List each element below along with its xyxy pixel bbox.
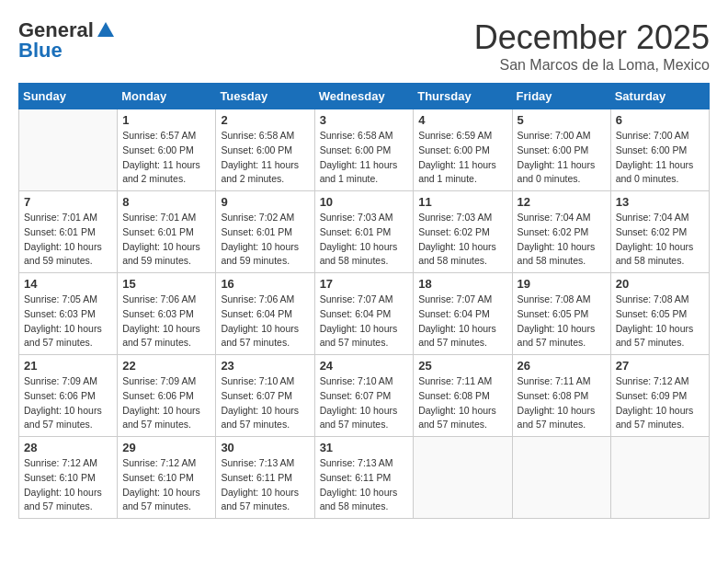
calendar-week-row: 21Sunrise: 7:09 AMSunset: 6:06 PMDayligh… bbox=[19, 355, 710, 437]
day-info: Sunrise: 7:12 AMSunset: 6:09 PMDaylight:… bbox=[616, 374, 704, 432]
calendar-week-row: 7Sunrise: 7:01 AMSunset: 6:01 PMDaylight… bbox=[19, 191, 710, 273]
table-row: 13Sunrise: 7:04 AMSunset: 6:02 PMDayligh… bbox=[610, 191, 709, 273]
day-info: Sunrise: 7:13 AMSunset: 6:11 PMDaylight:… bbox=[221, 456, 309, 514]
table-row: 21Sunrise: 7:09 AMSunset: 6:06 PMDayligh… bbox=[19, 355, 118, 437]
table-row bbox=[414, 437, 512, 519]
day-number: 21 bbox=[24, 359, 112, 373]
table-row: 22Sunrise: 7:09 AMSunset: 6:06 PMDayligh… bbox=[118, 355, 216, 437]
table-row: 16Sunrise: 7:06 AMSunset: 6:04 PMDayligh… bbox=[216, 273, 314, 355]
location: San Marcos de la Loma, Mexico bbox=[474, 57, 710, 74]
table-row: 7Sunrise: 7:01 AMSunset: 6:01 PMDaylight… bbox=[19, 191, 118, 273]
header-saturday: Saturday bbox=[610, 84, 709, 109]
day-number: 25 bbox=[418, 359, 506, 373]
day-number: 19 bbox=[518, 277, 606, 291]
day-info: Sunrise: 7:00 AMSunset: 6:00 PMDaylight:… bbox=[518, 129, 606, 187]
header-thursday: Thursday bbox=[414, 84, 512, 109]
calendar-table: Sunday Monday Tuesday Wednesday Thursday… bbox=[18, 83, 710, 519]
day-info: Sunrise: 7:08 AMSunset: 6:05 PMDaylight:… bbox=[518, 293, 606, 350]
day-info: Sunrise: 7:08 AMSunset: 6:05 PMDaylight:… bbox=[616, 293, 704, 350]
day-number: 23 bbox=[221, 359, 309, 373]
day-number: 27 bbox=[616, 359, 704, 373]
day-number: 2 bbox=[221, 113, 309, 127]
day-number: 29 bbox=[122, 441, 210, 454]
table-row: 9Sunrise: 7:02 AMSunset: 6:01 PMDaylight… bbox=[216, 191, 314, 273]
day-number: 3 bbox=[320, 113, 409, 127]
table-row: 25Sunrise: 7:11 AMSunset: 6:08 PMDayligh… bbox=[414, 355, 512, 437]
day-info: Sunrise: 7:13 AMSunset: 6:11 PMDaylight:… bbox=[320, 456, 409, 514]
month-title: December 2025 bbox=[474, 18, 710, 57]
day-info: Sunrise: 7:03 AMSunset: 6:01 PMDaylight:… bbox=[320, 211, 409, 269]
day-info: Sunrise: 7:11 AMSunset: 6:08 PMDaylight:… bbox=[418, 374, 506, 432]
table-row: 24Sunrise: 7:10 AMSunset: 6:07 PMDayligh… bbox=[314, 355, 414, 437]
calendar-header-row: Sunday Monday Tuesday Wednesday Thursday… bbox=[19, 84, 710, 109]
table-row: 18Sunrise: 7:07 AMSunset: 6:04 PMDayligh… bbox=[414, 273, 512, 355]
table-row: 29Sunrise: 7:12 AMSunset: 6:10 PMDayligh… bbox=[118, 437, 216, 519]
day-number: 16 bbox=[221, 277, 309, 291]
day-info: Sunrise: 7:11 AMSunset: 6:08 PMDaylight:… bbox=[518, 374, 606, 432]
day-info: Sunrise: 7:04 AMSunset: 6:02 PMDaylight:… bbox=[616, 211, 704, 269]
day-number: 4 bbox=[418, 113, 506, 127]
day-number: 20 bbox=[616, 277, 704, 291]
day-number: 15 bbox=[122, 277, 210, 291]
day-number: 30 bbox=[221, 441, 309, 454]
calendar-week-row: 1Sunrise: 6:57 AMSunset: 6:00 PMDaylight… bbox=[19, 109, 710, 191]
day-number: 11 bbox=[418, 195, 506, 209]
table-row: 2Sunrise: 6:58 AMSunset: 6:00 PMDaylight… bbox=[216, 109, 314, 191]
day-number: 31 bbox=[320, 441, 409, 454]
day-number: 28 bbox=[24, 441, 112, 454]
table-row: 19Sunrise: 7:08 AMSunset: 6:05 PMDayligh… bbox=[512, 273, 610, 355]
table-row: 11Sunrise: 7:03 AMSunset: 6:02 PMDayligh… bbox=[414, 191, 512, 273]
day-info: Sunrise: 7:00 AMSunset: 6:00 PMDaylight:… bbox=[616, 129, 704, 187]
table-row: 20Sunrise: 7:08 AMSunset: 6:05 PMDayligh… bbox=[610, 273, 709, 355]
day-number: 13 bbox=[616, 195, 704, 209]
logo: General Blue bbox=[18, 18, 116, 63]
header-friday: Friday bbox=[512, 84, 610, 109]
day-number: 6 bbox=[616, 113, 704, 127]
table-row: 27Sunrise: 7:12 AMSunset: 6:09 PMDayligh… bbox=[610, 355, 709, 437]
table-row: 10Sunrise: 7:03 AMSunset: 6:01 PMDayligh… bbox=[314, 191, 414, 273]
day-info: Sunrise: 7:10 AMSunset: 6:07 PMDaylight:… bbox=[320, 374, 409, 432]
table-row: 15Sunrise: 7:06 AMSunset: 6:03 PMDayligh… bbox=[118, 273, 216, 355]
header-monday: Monday bbox=[118, 84, 216, 109]
calendar-week-row: 14Sunrise: 7:05 AMSunset: 6:03 PMDayligh… bbox=[19, 273, 710, 355]
table-row: 3Sunrise: 6:58 AMSunset: 6:00 PMDaylight… bbox=[314, 109, 414, 191]
day-info: Sunrise: 7:02 AMSunset: 6:01 PMDaylight:… bbox=[221, 211, 309, 269]
table-row: 23Sunrise: 7:10 AMSunset: 6:07 PMDayligh… bbox=[216, 355, 314, 437]
table-row: 28Sunrise: 7:12 AMSunset: 6:10 PMDayligh… bbox=[19, 437, 118, 519]
day-info: Sunrise: 7:09 AMSunset: 6:06 PMDaylight:… bbox=[122, 374, 210, 432]
day-number: 10 bbox=[320, 195, 409, 209]
day-info: Sunrise: 7:04 AMSunset: 6:02 PMDaylight:… bbox=[518, 211, 606, 269]
day-info: Sunrise: 7:12 AMSunset: 6:10 PMDaylight:… bbox=[122, 456, 210, 514]
svg-marker-0 bbox=[97, 22, 114, 37]
day-info: Sunrise: 7:07 AMSunset: 6:04 PMDaylight:… bbox=[320, 293, 409, 350]
table-row bbox=[19, 109, 118, 191]
title-area: December 2025 San Marcos de la Loma, Mex… bbox=[474, 18, 710, 74]
table-row bbox=[512, 437, 610, 519]
day-number: 8 bbox=[122, 195, 210, 209]
day-info: Sunrise: 7:06 AMSunset: 6:03 PMDaylight:… bbox=[122, 293, 210, 350]
day-info: Sunrise: 7:07 AMSunset: 6:04 PMDaylight:… bbox=[418, 293, 506, 350]
header-tuesday: Tuesday bbox=[216, 84, 314, 109]
day-info: Sunrise: 6:59 AMSunset: 6:00 PMDaylight:… bbox=[418, 129, 506, 187]
day-number: 7 bbox=[24, 195, 112, 209]
day-number: 12 bbox=[518, 195, 606, 209]
day-info: Sunrise: 6:58 AMSunset: 6:00 PMDaylight:… bbox=[320, 129, 409, 187]
day-info: Sunrise: 7:01 AMSunset: 6:01 PMDaylight:… bbox=[24, 211, 112, 269]
table-row: 30Sunrise: 7:13 AMSunset: 6:11 PMDayligh… bbox=[216, 437, 314, 519]
table-row bbox=[610, 437, 709, 519]
calendar-week-row: 28Sunrise: 7:12 AMSunset: 6:10 PMDayligh… bbox=[19, 437, 710, 519]
day-info: Sunrise: 7:06 AMSunset: 6:04 PMDaylight:… bbox=[221, 293, 309, 350]
day-info: Sunrise: 7:03 AMSunset: 6:02 PMDaylight:… bbox=[418, 211, 506, 269]
logo-blue-text: Blue bbox=[18, 39, 63, 63]
day-number: 22 bbox=[122, 359, 210, 373]
table-row: 31Sunrise: 7:13 AMSunset: 6:11 PMDayligh… bbox=[314, 437, 414, 519]
table-row: 1Sunrise: 6:57 AMSunset: 6:00 PMDaylight… bbox=[118, 109, 216, 191]
table-row: 4Sunrise: 6:59 AMSunset: 6:00 PMDaylight… bbox=[414, 109, 512, 191]
header: General Blue December 2025 San Marcos de… bbox=[18, 18, 710, 74]
table-row: 5Sunrise: 7:00 AMSunset: 6:00 PMDaylight… bbox=[512, 109, 610, 191]
day-number: 24 bbox=[320, 359, 409, 373]
day-number: 9 bbox=[221, 195, 309, 209]
day-info: Sunrise: 6:58 AMSunset: 6:00 PMDaylight:… bbox=[221, 129, 309, 187]
day-info: Sunrise: 7:12 AMSunset: 6:10 PMDaylight:… bbox=[24, 456, 112, 514]
table-row: 17Sunrise: 7:07 AMSunset: 6:04 PMDayligh… bbox=[314, 273, 414, 355]
